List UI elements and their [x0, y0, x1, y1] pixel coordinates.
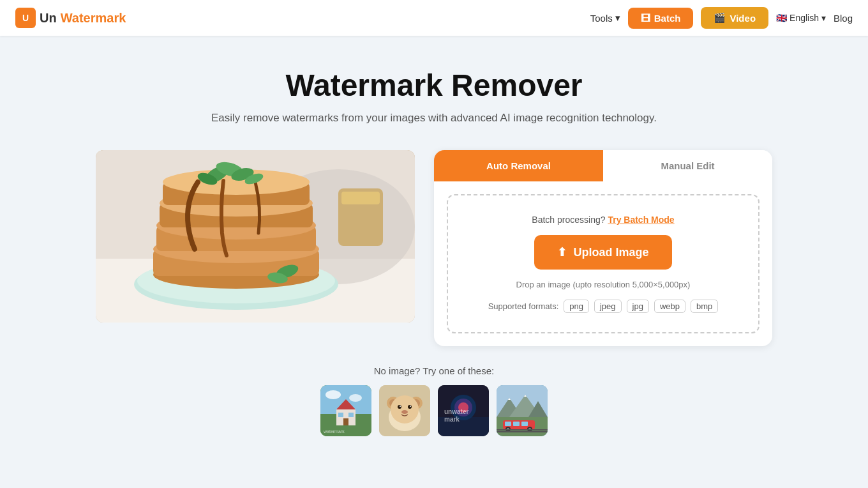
svg-point-26 [326, 390, 341, 399]
svg-rect-64 [521, 422, 528, 426]
sample-thumb-train[interactable] [497, 385, 548, 436]
video-icon: 🎬 [714, 12, 726, 24]
upload-dropzone[interactable]: Batch processing? Try Batch Mode ⬆ Uploa… [447, 194, 760, 333]
upload-image-button[interactable]: ⬆ Upload Image [534, 235, 671, 270]
language-selector[interactable]: 🇬🇧 English ▾ [776, 13, 826, 23]
format-jpg: jpg [627, 300, 649, 313]
format-webp: webp [654, 300, 685, 313]
blog-link[interactable]: Blog [834, 13, 853, 24]
batch-note: Batch processing? Try Batch Mode [532, 215, 674, 225]
video-label: Video [730, 13, 756, 24]
navbar: U UnWatermark Tools ▾ 🎞 Batch 🎬 Video 🇬🇧… [0, 0, 868, 36]
svg-point-44 [410, 406, 411, 407]
preview-image [96, 150, 415, 323]
batch-mode-link[interactable]: Try Batch Mode [608, 215, 674, 225]
page-title: Watermark Remover [285, 68, 582, 103]
drop-note: Drop an image (upto resolution 5,000×5,0… [516, 280, 691, 289]
svg-rect-63 [513, 422, 520, 426]
logo-text-wm: Watermark [61, 11, 126, 26]
batch-button[interactable]: 🎞 Batch [628, 8, 694, 29]
format-png: png [564, 300, 589, 313]
svg-point-42 [408, 405, 412, 409]
sample-thumb-watermark[interactable]: unwater mark [438, 385, 489, 436]
sample-section: No image? Try one of these: [320, 365, 548, 436]
svg-rect-62 [505, 422, 511, 426]
svg-point-45 [401, 410, 408, 414]
svg-point-40 [391, 395, 419, 423]
logo-text-un: Un [40, 11, 57, 26]
svg-point-43 [400, 406, 401, 407]
batch-label: Batch [654, 13, 681, 24]
upload-panel: Auto Removal Manual Edit Batch processin… [434, 150, 772, 346]
sample-thumb-bear[interactable] [379, 385, 430, 436]
lang-label: English [789, 13, 819, 23]
format-jpeg: jpeg [594, 300, 622, 313]
flag-icon: 🇬🇧 [776, 13, 787, 23]
svg-text:unwater: unwater [444, 408, 468, 415]
sample-thumb-house[interactable]: watermark [320, 385, 371, 436]
upload-icon: ⬆ [557, 245, 567, 259]
svg-rect-31 [338, 413, 343, 417]
svg-point-41 [398, 405, 401, 409]
content-row: Auto Removal Manual Edit Batch processin… [96, 150, 772, 346]
tab-row: Auto Removal Manual Edit [434, 150, 772, 181]
sample-label: No image? Try one of these: [374, 365, 494, 376]
format-bmp: bmp [691, 300, 718, 313]
formats-row: Supported formats: png jpeg jpg webp bmp [488, 300, 719, 313]
svg-text:mark: mark [444, 416, 460, 423]
tools-menu-button[interactable]: Tools ▾ [590, 12, 620, 24]
lang-chevron-icon: ▾ [821, 13, 826, 23]
main-content: Watermark Remover Easily remove watermar… [0, 36, 868, 462]
logo[interactable]: U UnWatermark [15, 8, 126, 28]
sample-row: watermark [320, 385, 548, 436]
batch-icon: 🎞 [641, 13, 650, 24]
svg-rect-22 [341, 192, 380, 204]
tools-label: Tools [590, 13, 613, 24]
tab-manual-edit[interactable]: Manual Edit [603, 150, 772, 181]
svg-point-27 [349, 394, 362, 402]
svg-rect-32 [348, 413, 354, 417]
svg-rect-30 [343, 418, 348, 425]
svg-text:watermark: watermark [323, 429, 345, 434]
video-button[interactable]: 🎬 Video [701, 7, 768, 29]
hero-subtitle: Easily remove watermarks from your image… [211, 112, 657, 125]
logo-icon: U [15, 8, 36, 28]
tab-auto-removal[interactable]: Auto Removal [434, 150, 603, 181]
nav-right: Tools ▾ 🎞 Batch 🎬 Video 🇬🇧 English ▾ Blo… [590, 7, 853, 29]
tools-chevron-icon: ▾ [615, 12, 620, 24]
upload-button-label: Upload Image [573, 246, 648, 259]
formats-label: Supported formats: [488, 301, 559, 311]
